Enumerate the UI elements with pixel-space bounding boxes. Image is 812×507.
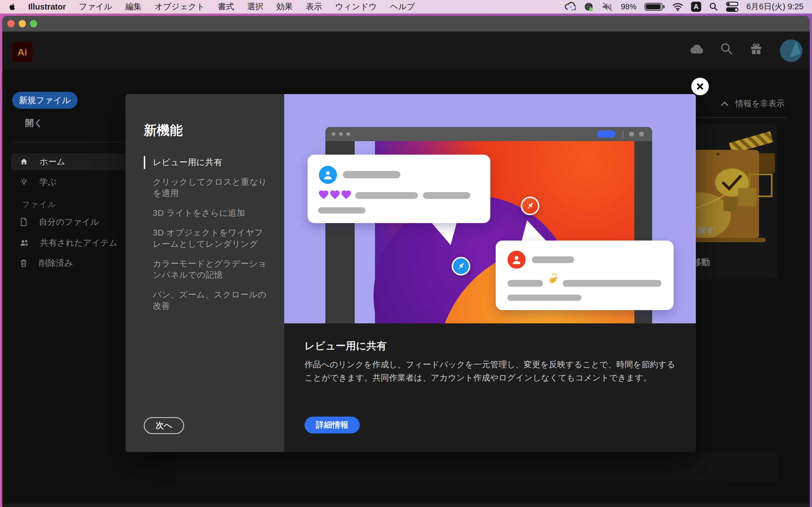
apple-icon[interactable] bbox=[8, 3, 15, 11]
comment-text-placeholder bbox=[318, 207, 365, 214]
comment-text-placeholder bbox=[563, 280, 661, 287]
learn-more-button[interactable]: 詳細情報 bbox=[305, 416, 360, 434]
browser-dot bbox=[629, 131, 634, 136]
feature-label: 3D ライトをさらに追加 bbox=[153, 208, 245, 217]
feature-label: クリックしてクロスと重なりを適用 bbox=[153, 177, 267, 198]
menu-edit[interactable]: 編集 bbox=[125, 1, 142, 12]
window-title-bar[interactable] bbox=[2, 16, 810, 32]
feature-label: レビュー用に共有 bbox=[153, 158, 222, 167]
open-button[interactable]: 開く bbox=[25, 117, 43, 129]
hide-info-control[interactable]: 情報を非表示 bbox=[721, 98, 784, 109]
new-file-button[interactable]: 新規ファイル bbox=[12, 92, 78, 109]
whats-new-content: レビュー用に共有 作品へのリンクを作成し、フィードバックを一元管理し、変更を反映… bbox=[284, 94, 696, 452]
menu-type[interactable]: 書式 bbox=[218, 1, 234, 12]
minimize-window-button[interactable] bbox=[18, 20, 26, 27]
feature-label: カラーモードとグラデーションパネルでの記憶 bbox=[153, 259, 267, 279]
battery-percent: 98% bbox=[621, 2, 637, 11]
feature-detail-panel: レビュー用に共有 作品へのリンクを作成し、フィードバックを一元管理し、変更を反映… bbox=[284, 323, 696, 452]
menu-help[interactable]: ヘルプ bbox=[390, 1, 415, 12]
whats-new-sidebar: 新機能 レビュー用に共有 クリックしてクロスと重なりを適用 3D ライトをさらに… bbox=[125, 94, 284, 452]
wifi-icon[interactable] bbox=[672, 3, 683, 11]
comment-text-placeholder bbox=[507, 295, 581, 301]
comment-card-1 bbox=[308, 155, 490, 223]
home-icon bbox=[20, 158, 28, 166]
comment-pin-blue-icon[interactable] bbox=[452, 257, 470, 276]
feature-detail-body: 作品へのリンクを作成し、フィードバックを一元管理し、変更を反映することで、時間を… bbox=[305, 358, 679, 384]
dialog-title: 新機能 bbox=[144, 122, 183, 139]
comment-text-placeholder bbox=[355, 192, 418, 199]
next-button[interactable]: 次へ bbox=[144, 417, 184, 434]
chevron-up-icon bbox=[721, 101, 728, 106]
comment-text-placeholder bbox=[343, 171, 400, 178]
menu-view[interactable]: 表示 bbox=[306, 1, 322, 12]
learn-bulb-icon bbox=[20, 178, 28, 186]
menu-bar: Illustrator ファイル 編集 オブジェクト 書式 選択 効果 表示 ウ… bbox=[0, 0, 812, 13]
feature-item-color-mode-gradient[interactable]: カラーモードとグラデーションパネルでの記憶 bbox=[144, 258, 271, 281]
feature-list: レビュー用に共有 クリックしてクロスと重なりを適用 3D ライトをさらに追加 3… bbox=[144, 157, 271, 320]
feature-item-wireframe-render[interactable]: 3D オブジェクトをワイヤフレームとしてレンダリング bbox=[144, 227, 271, 249]
browser-dot bbox=[639, 131, 644, 136]
sidebar-item-label: 学ぶ bbox=[40, 176, 57, 188]
sidebar-item-label: 共有されたアイテム bbox=[40, 237, 117, 249]
feature-item-cross-overlap[interactable]: クリックしてクロスと重なりを適用 bbox=[144, 176, 271, 199]
menu-select[interactable]: 選択 bbox=[247, 1, 264, 12]
control-center-icon[interactable] bbox=[726, 2, 739, 12]
feature-item-3d-lights[interactable]: 3D ライトをさらに追加 bbox=[144, 207, 271, 219]
comment-text-placeholder bbox=[423, 192, 470, 199]
feature-label: 3D オブジェクトをワイヤフレームとしてレンダリング bbox=[153, 228, 263, 248]
search-icon[interactable] bbox=[720, 42, 733, 56]
menu-file[interactable]: ファイル bbox=[79, 1, 112, 12]
zoom-window-button[interactable] bbox=[30, 20, 37, 27]
app-header: Ai bbox=[2, 32, 810, 70]
gift-icon[interactable] bbox=[749, 42, 763, 57]
feature-item-share-for-review[interactable]: レビュー用に共有 bbox=[144, 157, 271, 168]
square-mid-illustration bbox=[738, 188, 756, 206]
menu-app-name[interactable]: Illustrator bbox=[28, 2, 66, 11]
shared-users-icon bbox=[20, 239, 29, 247]
share-for-review-illustration bbox=[284, 94, 696, 323]
home-banner-bottom-sliver bbox=[176, 452, 777, 481]
purple-hearts-reaction bbox=[318, 189, 352, 200]
menu-window[interactable]: ウィンドウ bbox=[335, 1, 377, 12]
comment-pin-red-icon[interactable] bbox=[521, 196, 539, 215]
browser-dot bbox=[346, 132, 350, 136]
illustrator-logo: Ai bbox=[12, 42, 33, 62]
cloud-sync-icon[interactable] bbox=[689, 43, 705, 56]
spotlight-search-icon[interactable] bbox=[709, 2, 718, 11]
sidebar-item-label: 自分のファイル bbox=[39, 216, 99, 228]
trash-icon bbox=[20, 259, 28, 267]
close-icon bbox=[696, 82, 704, 91]
active-indicator-bar bbox=[144, 156, 145, 169]
browser-divider bbox=[622, 130, 623, 138]
dialog-close-button[interactable] bbox=[691, 78, 709, 95]
comment-text-placeholder bbox=[532, 256, 574, 263]
feature-label: パン、ズーム、スクロールの改善 bbox=[153, 290, 266, 311]
menu-clock[interactable]: 6月6日(火) 9:25 bbox=[746, 1, 804, 12]
feature-item-pan-zoom-scroll[interactable]: パン、ズーム、スクロールの改善 bbox=[144, 289, 271, 312]
clap-reaction-icon bbox=[547, 272, 560, 286]
globe-status-icon[interactable] bbox=[583, 2, 594, 12]
commenter-avatar-blue bbox=[319, 166, 337, 184]
browser-share-pill bbox=[597, 130, 615, 138]
menu-effect[interactable]: 効果 bbox=[276, 1, 293, 12]
sidebar-item-label: ホーム bbox=[40, 156, 65, 168]
menu-object[interactable]: オブジェクト bbox=[154, 1, 205, 12]
commenter-avatar-red bbox=[507, 251, 525, 269]
creative-cloud-icon[interactable] bbox=[564, 2, 576, 11]
input-source-icon[interactable]: A bbox=[691, 2, 701, 12]
sidebar-section-files: ファイル bbox=[22, 200, 57, 210]
whats-new-dialog: 新機能 レビュー用に共有 クリックしてクロスと重なりを適用 3D ライトをさらに… bbox=[125, 94, 696, 452]
sidebar-item-label: 削除済み bbox=[39, 258, 73, 269]
comment-text-placeholder bbox=[507, 280, 543, 287]
close-window-button[interactable] bbox=[7, 20, 15, 27]
document-icon bbox=[20, 218, 28, 226]
sound-muted-icon[interactable] bbox=[602, 2, 613, 11]
browser-chrome-bar bbox=[325, 127, 652, 141]
window-bottom-strip bbox=[2, 504, 810, 507]
browser-dot bbox=[332, 132, 336, 136]
square-small-illustration bbox=[723, 198, 737, 211]
browser-dot bbox=[339, 132, 343, 136]
battery-icon bbox=[645, 3, 665, 11]
comment-card-2 bbox=[496, 240, 673, 310]
user-avatar[interactable] bbox=[780, 40, 802, 62]
